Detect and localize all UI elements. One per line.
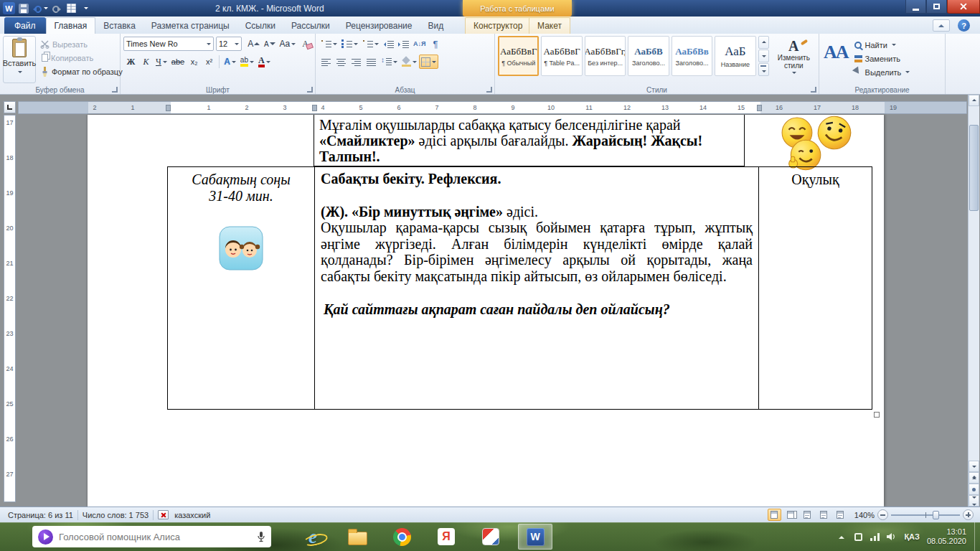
proofing-errors-icon[interactable] [158,510,169,519]
maximize-button[interactable] [926,0,947,14]
table-column-marker[interactable] [312,105,317,111]
talking-kids-image[interactable] [219,226,263,270]
shrink-font-button[interactable]: А [262,37,277,51]
language-switch[interactable]: ҚАЗ [902,532,922,541]
find-button[interactable]: Найти [852,38,913,52]
strikethrough-button[interactable]: abe [169,55,187,69]
help-button[interactable]: ? [958,19,970,32]
style-table-paragraph[interactable]: АаБбВвГ¶ Table Pa... [541,36,582,76]
previous-page-button[interactable] [969,472,979,484]
change-case-button[interactable]: Аа [278,37,298,51]
word-app-icon[interactable]: W [3,2,15,14]
zoom-slider-thumb[interactable] [933,511,939,519]
underline-button[interactable]: Ч [154,55,169,69]
network-icon[interactable] [869,529,880,544]
style-heading1[interactable]: АаБбВЗаголово... [628,36,669,76]
font-name-select[interactable]: Times New Ro [123,37,214,51]
volume-icon[interactable] [885,529,897,544]
table-tool-icon[interactable] [65,2,77,15]
tab-home[interactable]: Главная [46,17,96,34]
style-title[interactable]: АаБНазвание [715,36,755,76]
styles-scroll-up-button[interactable] [758,36,769,49]
print-layout-view-button[interactable] [768,509,781,521]
minimize-button[interactable] [905,0,926,14]
numbering-button[interactable] [339,37,360,51]
web-layout-view-button[interactable] [801,509,814,521]
fullscreen-reading-view-button[interactable] [784,509,798,521]
clipboard-dialog-launcher[interactable] [112,87,118,93]
table-cell-assessment[interactable]: Мұғалім оқушыларды сабаққа қатысу белсен… [314,115,745,166]
clock[interactable]: 13:01 08.05.2020 [927,527,969,546]
paragraph-dialog-launcher[interactable] [486,87,492,93]
decrease-indent-button[interactable] [381,37,396,51]
taskbar-word-button[interactable]: W [518,524,552,550]
tab-insert[interactable]: Вставка [95,18,143,34]
replace-button[interactable]: Заменить [852,52,913,65]
tab-mailings[interactable]: Рассылки [283,18,338,34]
microphone-icon[interactable] [257,531,265,542]
save-button[interactable] [18,2,29,15]
highlight-color-button[interactable]: ab [238,55,256,69]
taskbar-chrome-button[interactable] [385,524,419,550]
borders-button[interactable] [419,55,438,69]
zoom-level[interactable]: 140% [854,511,875,519]
taskbar-yandex-button[interactable]: Я [429,524,463,550]
draft-view-button[interactable] [834,509,847,521]
tab-review[interactable]: Рецензирование [338,18,420,34]
change-styles-button[interactable]: А Изменить стили [771,36,816,80]
zoom-slider[interactable] [891,509,960,520]
copy-button[interactable]: Копировать [38,51,125,65]
language-indicator[interactable]: казахский [170,511,215,519]
styles-more-button[interactable] [758,63,769,76]
zoom-in-button[interactable] [963,509,974,520]
italic-button[interactable]: К [138,55,154,69]
v-ruler[interactable]: 1718192021222324252627 [4,115,16,502]
grow-font-button[interactable]: А [245,37,262,51]
style-no-spacing[interactable]: АаБбВвГг,Без интер... [585,36,626,76]
format-painter-button[interactable]: Формат по образцу [38,65,125,78]
text-effects-button[interactable]: А [222,55,238,69]
smiley-images-group[interactable] [779,115,872,172]
subscript-button[interactable]: х₂ [187,55,202,69]
taskbar-search[interactable]: Голосовой помощник Алиса [32,526,271,547]
table-resize-handle[interactable] [874,412,880,418]
line-spacing-button[interactable] [379,55,400,69]
outline-view-button[interactable] [817,509,831,521]
tab-table-design[interactable]: Конструктор [465,17,531,34]
increase-indent-button[interactable] [396,37,411,51]
styles-dialog-launcher[interactable] [811,87,816,93]
taskbar-explorer-button[interactable] [340,524,374,550]
font-dialog-launcher[interactable] [307,87,313,93]
cut-button[interactable]: Вырезать [38,37,125,51]
tab-view[interactable]: Вид [420,18,451,34]
vertical-scrollbar[interactable] [968,95,979,507]
tab-selector[interactable] [4,101,16,113]
clear-formatting-button[interactable]: А [298,37,313,51]
select-browse-object-button[interactable] [969,484,979,495]
tab-references[interactable]: Ссылки [237,18,283,34]
align-left-button[interactable] [319,55,334,69]
tab-page-layout[interactable]: Разметка страницы [143,18,237,34]
table-cell-resources[interactable]: Оқулық [759,167,872,409]
show-paragraph-marks-button[interactable]: ¶ [428,37,443,51]
undo-button[interactable] [32,2,48,15]
bold-button[interactable]: Ж [123,55,138,69]
table-cell-content[interactable]: Сабақты бекіту. Рефлексия. (Ж). «Бір мин… [314,167,759,409]
sort-button[interactable]: А↓Я [411,37,428,51]
tab-table-layout[interactable]: Макет [529,17,570,34]
multilevel-list-button[interactable] [360,37,381,51]
scrollbar-thumb[interactable] [969,125,979,211]
close-button[interactable] [947,0,980,14]
table-column-marker[interactable] [757,105,762,111]
redo-button[interactable] [51,2,62,15]
align-right-button[interactable] [349,55,364,69]
taskbar-ie-button[interactable]: e [296,524,330,550]
word-count[interactable]: Число слов: 1 753 [78,511,153,519]
font-color-button[interactable]: А [256,55,273,69]
align-center-button[interactable] [334,55,349,69]
tray-expand-button[interactable] [836,529,847,544]
scroll-down-button[interactable] [969,461,979,472]
shading-button[interactable] [400,55,419,69]
style-heading2[interactable]: АаБбВвЗаголово... [672,36,712,76]
justify-button[interactable] [364,55,379,69]
